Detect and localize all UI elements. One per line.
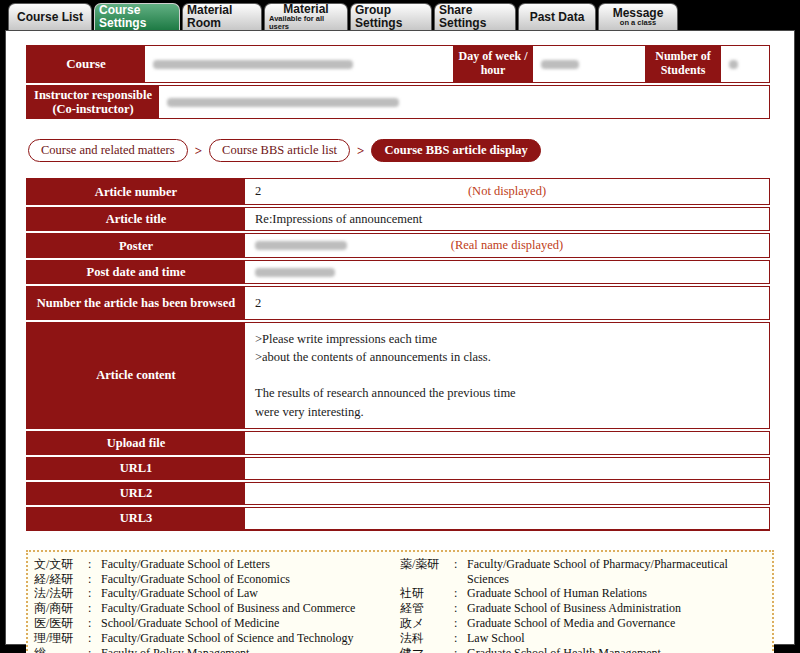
article-title-value: Re:Impressions of announcement — [255, 212, 422, 227]
table-row-post-date: Post date and time — [26, 260, 770, 284]
legend-abbr: 政メ — [400, 616, 454, 631]
legend-abbr: 文/文研 — [34, 557, 88, 572]
tab-label: Past Data — [530, 11, 585, 24]
row-value: 2 — [245, 287, 769, 320]
legend-item: 健マ:Graduate School of Health Management — [400, 646, 766, 653]
row-value: (Real name displayed) — [245, 234, 769, 258]
tab-material-room[interactable]: Material Room — [182, 3, 262, 30]
legend-item: 経管:Graduate School of Business Administr… — [400, 601, 766, 616]
table-row-article-title: Article title Re:Impressions of announce… — [26, 207, 770, 231]
tab-sublabel: on a class — [620, 19, 656, 27]
tab-course-list[interactable]: Course List — [8, 3, 92, 30]
legend-item: 政メ:Graduate School of Media and Governan… — [400, 616, 766, 631]
not-displayed-note: (Not displayed) — [245, 184, 769, 199]
table-row-article-content: Article content >Please write impression… — [26, 322, 770, 429]
legend-colon: : — [454, 631, 467, 646]
tab-message[interactable]: Message on a class — [598, 3, 678, 30]
legend-name: Faculty/Graduate School of Pharmacy/Phar… — [467, 557, 766, 587]
legend-right-column: 薬/薬研:Faculty/Graduate School of Pharmacy… — [400, 557, 766, 653]
breadcrumb-separator: > — [357, 143, 364, 159]
tab-label: Material Room — [187, 4, 257, 29]
row-value — [245, 483, 769, 505]
tab-past-data[interactable]: Past Data — [518, 3, 596, 30]
legend-colon: : — [454, 646, 467, 653]
legend-name: Graduate School of Human Relations — [467, 586, 766, 601]
instructor-value-cell — [159, 86, 769, 118]
content-panel: Course Day of week / hour Number of Stud… — [5, 30, 795, 645]
legend-colon: : — [88, 646, 101, 653]
tab-sublabel: Available for all users — [269, 15, 343, 31]
legend-name: Graduate School of Health Management — [467, 646, 766, 653]
breadcrumb-separator: > — [195, 143, 202, 159]
legend-name: Faculty of Policy Management — [101, 646, 400, 653]
tab-label: Group Settings — [355, 4, 427, 29]
tab-share-settings[interactable]: Share Settings — [434, 3, 516, 30]
legend-colon: : — [454, 557, 467, 587]
legend-colon: : — [88, 572, 101, 587]
legend-name: Faculty/Graduate School of Law — [101, 586, 400, 601]
legend-colon: : — [454, 616, 467, 631]
table-row-browse-count: Number the article has been browsed 2 — [26, 286, 770, 320]
redacted-poster-name — [255, 241, 347, 250]
legend-item: 理/理研:Faculty/Graduate School of Science … — [34, 631, 400, 646]
row-value — [245, 508, 769, 530]
legend-abbr: 経管 — [400, 601, 454, 616]
row-label: URL1 — [27, 458, 245, 480]
breadcrumb: Course and related matters > Course BBS … — [28, 139, 794, 162]
row-value: Re:Impressions of announcement — [245, 208, 769, 231]
tab-bar: Course List Course Settings Material Roo… — [0, 0, 800, 30]
table-row-poster: Poster (Real name displayed) — [26, 233, 770, 258]
row-label: URL3 — [27, 508, 245, 530]
students-label-cell: Number of Students — [645, 46, 721, 82]
tab-course-settings[interactable]: Course Settings — [94, 3, 180, 30]
course-value-cell — [145, 46, 453, 82]
row-label: Article number — [27, 179, 245, 205]
legend-name: School/Graduate School of Medicine — [101, 616, 400, 631]
legend-abbr: 健マ — [400, 646, 454, 653]
day-of-week-label-cell: Day of week / hour — [453, 46, 533, 82]
legend-colon: : — [454, 601, 467, 616]
article-number-value: 2 — [255, 184, 261, 199]
legend-colon: : — [88, 586, 101, 601]
row-label: Poster — [27, 234, 245, 258]
instructor-row: Instructor responsible (Co-instructor) — [26, 85, 770, 119]
legend-abbr: 経/経研 — [34, 572, 88, 587]
tab-material[interactable]: Material Available for all users — [264, 3, 348, 30]
tab-group-settings[interactable]: Group Settings — [350, 3, 432, 30]
legend-item: 商/商研:Faculty/Graduate School of Business… — [34, 601, 400, 616]
table-row-url3: URL3 — [26, 507, 770, 530]
legend-item: 経/経研:Faculty/Graduate School of Economic… — [34, 572, 400, 587]
redacted-post-date — [255, 268, 335, 277]
legend-abbr: 商/商研 — [34, 601, 88, 616]
article-table: Article number 2 (Not displayed) Article… — [26, 178, 770, 531]
article-content-text: >Please write impressions each time >abo… — [245, 323, 769, 429]
faculty-legend-box: 文/文研:Faculty/Graduate School of Letters … — [26, 550, 774, 653]
redacted-student-count — [729, 60, 738, 69]
legend-abbr: 社研 — [400, 586, 454, 601]
row-value — [245, 458, 769, 480]
legend-colon: : — [454, 586, 467, 601]
legend-name: Faculty/Graduate School of Economics — [101, 572, 400, 587]
legend-colon: : — [88, 601, 101, 616]
legend-colon: : — [88, 557, 101, 572]
legend-colon: : — [88, 631, 101, 646]
breadcrumb-bbs-list[interactable]: Course BBS article list — [209, 139, 350, 162]
legend-item: 社研:Graduate School of Human Relations — [400, 586, 766, 601]
legend-item: 総:Faculty of Policy Management — [34, 646, 400, 653]
redacted-instructor-name — [167, 98, 399, 107]
redacted-course-name — [153, 60, 353, 69]
breadcrumb-bbs-display: Course BBS article display — [371, 139, 540, 162]
instructor-label-cell: Instructor responsible (Co-instructor) — [27, 86, 159, 118]
row-label: Article title — [27, 208, 245, 231]
breadcrumb-course-related[interactable]: Course and related matters — [28, 139, 188, 162]
row-label: Post date and time — [27, 261, 245, 284]
legend-abbr: 理/理研 — [34, 631, 88, 646]
tab-label: Share Settings — [439, 4, 511, 29]
legend-abbr: 薬/薬研 — [400, 557, 454, 587]
row-label: Number the article has been browsed — [27, 287, 245, 320]
legend-abbr: 法/法研 — [34, 586, 88, 601]
course-header-row: Course Day of week / hour Number of Stud… — [26, 45, 770, 83]
course-header-table: Course Day of week / hour Number of Stud… — [26, 45, 770, 119]
day-of-week-value-cell — [533, 46, 645, 82]
table-row-upload-file: Upload file — [26, 431, 770, 455]
